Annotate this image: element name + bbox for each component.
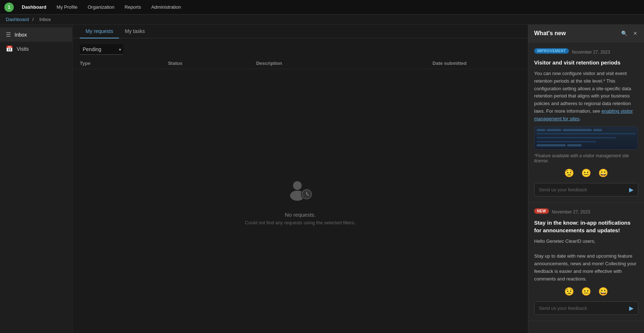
calendar-icon: 📅 (6, 45, 13, 52)
whats-new-header: What's new 🔍 ✕ (528, 25, 644, 42)
whats-new-body[interactable]: IMPROVEMENT November 27, 2023 Visitor an… (528, 42, 644, 333)
s-dot-4 (593, 129, 602, 131)
feedback-input-row-2: ▶ (534, 301, 638, 315)
news-card-title-1: Visitor and visit retention periods (534, 59, 638, 66)
reaction-row-1: 😟 😐 😀 (534, 168, 638, 179)
empty-subtitle: Could not find any requests using the se… (245, 220, 356, 225)
screenshot-row-2 (537, 144, 636, 146)
breadcrumb-separator: / (32, 17, 34, 22)
sidebar-label-inbox: Inbox (15, 32, 27, 38)
s-dot-2 (547, 129, 561, 131)
news-card-new: NEW November 27, 2023 Stay in the know: … (528, 203, 644, 321)
sidebar-item-inbox[interactable]: ☰ Inbox (0, 28, 72, 42)
sidebar: ☰ Inbox 📅 Visits (0, 25, 73, 333)
top-nav: 1 Dashboard My Profile Organization Repo… (0, 0, 644, 14)
s-dot-1 (537, 129, 545, 131)
content-area: My requests My tasks Pending Approved Re… (73, 25, 528, 333)
reaction-neutral-1[interactable]: 😐 (580, 168, 593, 179)
nav-logo: 1 (4, 3, 14, 12)
svg-point-0 (293, 181, 302, 190)
feedback-input-1[interactable] (534, 184, 625, 195)
s-dot-5 (537, 144, 566, 146)
reaction-happy-2[interactable]: 😀 (597, 286, 610, 297)
whats-new-header-icons: 🔍 ✕ (620, 30, 638, 37)
feedback-send-btn-2[interactable]: ▶ (625, 302, 638, 315)
sidebar-label-visits: Visits (17, 46, 29, 52)
whats-new-title: What's new (534, 30, 566, 37)
nav-item-dashboard[interactable]: Dashboard (17, 0, 51, 14)
s-line-1 (537, 133, 636, 134)
no-requests-icon (286, 177, 315, 206)
news-screenshot-1 (534, 126, 638, 150)
tabs-row: My requests My tasks (73, 25, 528, 38)
feedback-send-btn-1[interactable]: ▶ (625, 183, 638, 196)
s-dot-6 (567, 144, 582, 146)
s-line-2 (537, 137, 616, 138)
nav-item-administration[interactable]: Administration (146, 0, 186, 14)
reaction-sad-2[interactable]: 😟 (563, 286, 575, 297)
screenshot-inner-1 (534, 127, 638, 149)
reaction-happy-1[interactable]: 😀 (597, 168, 610, 179)
tab-my-tasks[interactable]: My tasks (119, 25, 150, 38)
feedback-input-row-1: ▶ (534, 183, 638, 196)
filter-dropdown-wrapper: Pending Approved Rejected All ▾ (80, 44, 123, 55)
reaction-neutral-2[interactable]: 😐 (580, 286, 593, 297)
search-button[interactable]: 🔍 (620, 30, 628, 37)
col-description: Description (256, 61, 432, 66)
breadcrumb-parent[interactable]: Dashboard (6, 17, 29, 22)
news-date-2: November 27, 2023 (552, 209, 590, 215)
breadcrumb: Dashboard / Inbox (0, 14, 644, 25)
list-icon: ☰ (6, 31, 11, 38)
news-date-1: November 27, 2023 (572, 50, 610, 55)
tab-my-requests[interactable]: My requests (80, 25, 119, 38)
whats-new-panel: What's new 🔍 ✕ IMPROVEMENT November 27, … (528, 25, 644, 333)
screenshot-row-1 (537, 129, 636, 131)
badge-improvement: IMPROVEMENT (534, 48, 569, 54)
news-footnote-1: *Feature available with a visitor manage… (534, 153, 638, 163)
table-header: Type Status Description Date submitted (73, 58, 528, 69)
s-dot-3 (563, 129, 592, 131)
nav-item-reports[interactable]: Reports (119, 0, 146, 14)
news-card-title-2: Stay in the know: in-app notifications f… (534, 219, 638, 234)
empty-state: No requests. Could not find any requests… (73, 69, 528, 333)
breadcrumb-current: Inbox (39, 17, 51, 22)
badge-new: NEW (534, 208, 549, 214)
badge-row-2: NEW November 27, 2023 (534, 208, 638, 216)
filter-row: Pending Approved Rejected All ▾ (73, 38, 528, 58)
reaction-sad-1[interactable]: 😟 (563, 168, 575, 179)
col-status: Status (168, 61, 256, 66)
nav-item-myprofile[interactable]: My Profile (51, 0, 83, 14)
close-button[interactable]: ✕ (632, 30, 638, 37)
reaction-row-2: 😟 😐 😀 (534, 286, 638, 297)
col-date-submitted: Date submitted (433, 61, 521, 66)
s-line-3 (537, 141, 596, 142)
enabling-visitor-link[interactable]: enabling visitor management for sites (534, 108, 633, 121)
empty-title: No requests. (285, 212, 315, 218)
news-card-body-2: Hello Genetec ClearID users, Stay up to … (534, 238, 638, 283)
news-card-body-1: You can now configure visitor and visit … (534, 70, 638, 123)
badge-row-1: IMPROVEMENT November 27, 2023 (534, 48, 638, 56)
nav-item-organization[interactable]: Organization (83, 0, 120, 14)
status-filter-dropdown[interactable]: Pending Approved Rejected All (80, 44, 123, 55)
main-layout: ☰ Inbox 📅 Visits My requests My tasks Pe… (0, 25, 644, 333)
col-type: Type (80, 61, 168, 66)
news-card-improvement: IMPROVEMENT November 27, 2023 Visitor an… (528, 42, 644, 203)
feedback-input-2[interactable] (534, 303, 625, 314)
sidebar-item-visits[interactable]: 📅 Visits (0, 42, 72, 56)
